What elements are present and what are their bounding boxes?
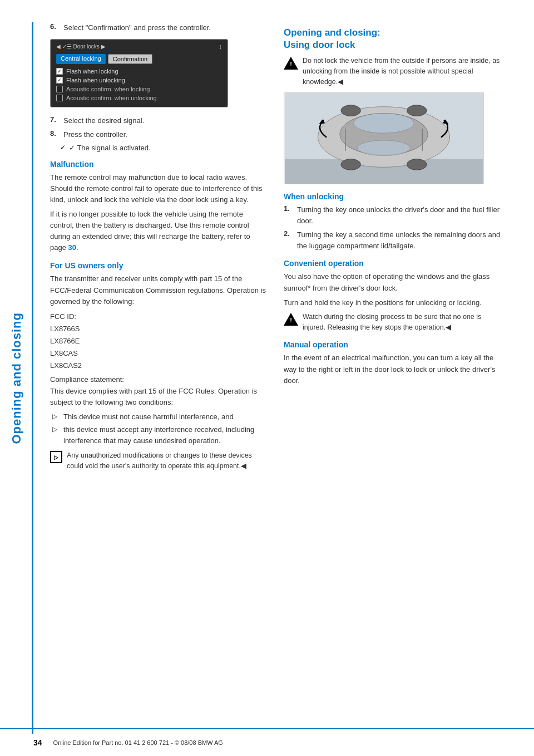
step-7-text: Select the desired signal. [63, 115, 144, 126]
step-8-text: Press the controller. [63, 129, 127, 140]
svg-point-12 [341, 105, 361, 116]
step-unlock-1-text: Turning the key once unlocks the driver'… [297, 204, 501, 226]
manual-operation-p1: In the event of an electrical malfunctio… [284, 352, 501, 386]
fcc-id-0: LX8766S [50, 325, 80, 333]
malfunction-heading: Malfunction [50, 160, 267, 169]
content-area: 6. Select "Confirmation" and press the c… [33, 0, 534, 756]
malfunction-p1: The remote control may malfunction due t… [50, 172, 267, 205]
arrow-sym-2: ▷ [52, 425, 60, 433]
checkbox-acoustic-unlocking [56, 95, 63, 101]
compliance-text: This device complies with part 15 of the… [50, 387, 257, 406]
malfunction-p2: If it is no longer possible to lock the … [50, 209, 267, 254]
page-number: 34 [33, 738, 42, 747]
convenient-warning-text: Watch during the closing process to be s… [303, 312, 501, 333]
screen-top-bar: ◀ ✓☰ Door locks ▶ ↕ [54, 42, 224, 53]
screen-header-left: ◀ ✓☰ Door locks ▶ [56, 43, 106, 50]
svg-point-10 [341, 159, 361, 170]
sidebar: Opening and closing [0, 0, 33, 756]
step-7-num: 7. [50, 115, 59, 126]
step-6: 6. Select "Confirmation" and press the c… [50, 22, 267, 33]
step-unlock-2-text: Turning the key a second time unlocks th… [297, 229, 501, 251]
note-box: ▷ Any unauthorized modifications or chan… [50, 450, 267, 472]
checkbox-acoustic-locking [56, 86, 63, 92]
screen-row-flash-unlocking: ✓ Flash when unlocking [54, 76, 224, 85]
step-7: 7. Select the desired signal. [50, 115, 267, 126]
fcc-id-label: FCC ID: [50, 312, 76, 321]
step-8: 8. Press the controller. [50, 129, 267, 140]
convenient-warning-box: ! Watch during the closing process to be… [284, 312, 501, 333]
convenient-p2: Turn and hold the key in the positions f… [284, 297, 501, 308]
svg-point-5 [358, 140, 411, 156]
screen-row-acoustic-unlocking: Acoustic confirm. when unlocking [54, 94, 224, 102]
convenient-p1: You also have the option of operating th… [284, 271, 501, 293]
signal-activated: ✓ ✓ The signal is activated. [60, 144, 267, 152]
opening-closing-heading: Opening and closing:Using door lock [284, 27, 501, 51]
step-6-num: 6. [50, 22, 59, 33]
warning-box: ! Do not lock the vehicle from the outsi… [284, 56, 501, 87]
svg-point-4 [354, 114, 414, 134]
for-us-heading: For US owners only [50, 261, 267, 270]
step-unlock-1: 1. Turning the key once unlocks the driv… [284, 204, 501, 226]
fcc-id-3: LX8CAS2 [50, 361, 82, 370]
note-text: Any unauthorized modifications or change… [67, 450, 267, 472]
when-unlocking-heading: When unlocking [284, 192, 501, 201]
arrow-sym-1: ▷ [52, 413, 60, 420]
screen-central-locking[interactable]: Central locking [56, 54, 106, 64]
left-column: 6. Select "Confirmation" and press the c… [50, 22, 267, 734]
sidebar-line [32, 22, 33, 734]
checkbox-flash-unlocking: ✓ [56, 77, 63, 84]
car-image [284, 92, 484, 184]
label-flash-locking: Flash when locking [66, 68, 118, 75]
label-flash-unlocking: Flash when unlocking [66, 77, 125, 84]
checkmark-icon: ✓ [60, 144, 66, 151]
for-us-p1: The transmitter and receiver units compl… [50, 273, 267, 307]
step-unlock-2-num: 2. [284, 229, 293, 251]
step-unlock-1-num: 1. [284, 204, 293, 226]
bullet-1: ▷ This device must not cause harmful int… [52, 411, 267, 423]
svg-point-13 [407, 105, 427, 116]
screen-row-acoustic-locking: Acoustic confirm. when locking [54, 85, 224, 94]
svg-point-11 [407, 159, 427, 170]
page-footer: 34 Online Edition for Part no. 01 41 2 6… [0, 728, 534, 756]
fcc-id-block: FCC ID: LX8766S LX8766E LX8CAS LX8CAS2 [50, 311, 267, 372]
page-wrapper: Opening and closing 6. Select "Confirmat… [0, 0, 534, 756]
step-6-text: Select "Confirmation" and press the cont… [63, 22, 211, 33]
bullet-2-text: this device must accept any interference… [63, 424, 267, 446]
label-acoustic-unlocking: Acoustic confirm. when unlocking [66, 95, 157, 101]
screen-mockup: ◀ ✓☰ Door locks ▶ ↕ Central locking Conf… [50, 39, 228, 107]
warning-text: Do not lock the vehicle from the outside… [303, 56, 501, 87]
screen-row-flash-locking: ✓ Flash when locking [54, 67, 224, 76]
manual-operation-heading: Manual operation [284, 340, 501, 349]
right-column: Opening and closing:Using door lock ! Do… [284, 22, 501, 734]
signal-activated-text: ✓ The signal is activated. [69, 144, 151, 152]
label-acoustic-locking: Acoustic confirm. when locking [66, 86, 150, 92]
footer-text: Online Edition for Part no. 01 41 2 600 … [53, 739, 223, 746]
screen-down-arrow: ↕ [219, 43, 222, 51]
malfunction-p2-end: . [76, 243, 78, 252]
step-8-num: 8. [50, 129, 59, 140]
compliance-statement-label: Compliance statement: This device compli… [50, 374, 267, 408]
note-icon: ▷ [50, 451, 62, 463]
bullet-1-text: This device must not cause harmful inter… [63, 411, 234, 423]
bullet-2: ▷ this device must accept any interferen… [52, 424, 267, 446]
sidebar-text: Opening and closing [9, 312, 24, 444]
step-unlock-2: 2. Turning the key a second time unlocks… [284, 229, 501, 251]
screen-confirmation[interactable]: Confirmation [108, 54, 152, 64]
malfunction-page-ref: 30 [68, 243, 76, 252]
checkbox-flash-locking: ✓ [56, 68, 63, 75]
fcc-id-1: LX8766E [50, 337, 80, 345]
malfunction-p2-text: If it is no longer possible to lock the … [50, 210, 250, 252]
convenient-heading: Convenient operation [284, 259, 501, 268]
fcc-id-2: LX8CAS [50, 349, 78, 357]
